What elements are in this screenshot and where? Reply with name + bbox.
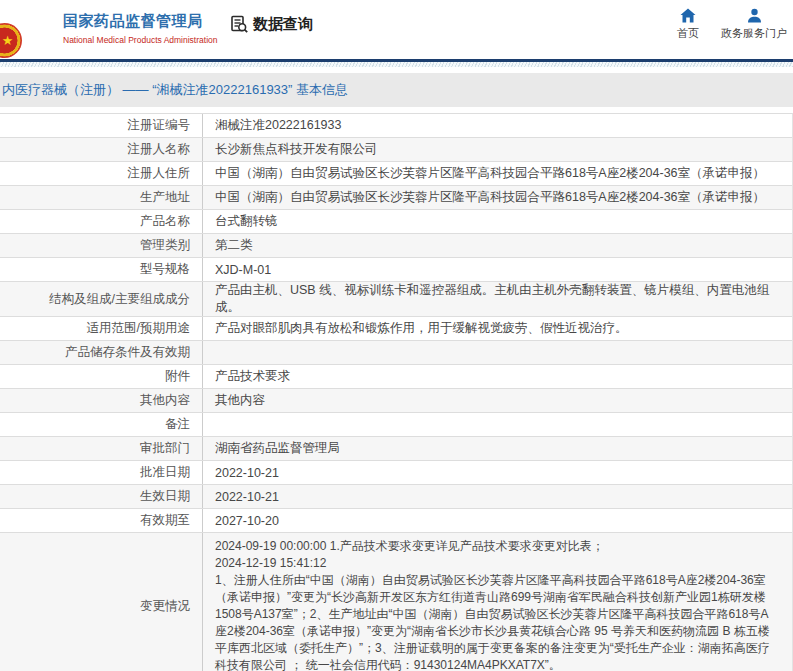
row-label: 注册证编号: [0, 114, 203, 137]
row-label: 型号规格: [0, 258, 203, 281]
page: ★ 国家药品监督管理局 National Medical Products Ad…: [0, 0, 793, 671]
row-label: 注册人名称: [0, 138, 203, 161]
row-label: 注册人住所: [0, 162, 203, 185]
site-logo[interactable]: 国家药品监督管理局 National Medical Products Admi…: [63, 12, 218, 45]
breadcrumb-band: 内医疗器械（注册） —— “湘械注准20222161933” 基本信息: [0, 73, 793, 107]
row-value: XJD-M-01: [203, 258, 792, 281]
breadcrumb: 内医疗器械（注册） —— “湘械注准20222161933” 基本信息: [0, 81, 348, 99]
table-row: 生效日期 2022-10-21: [0, 485, 792, 509]
table-row: 备注: [0, 413, 792, 437]
top-nav: 首页 政务服务门户: [677, 8, 787, 41]
info-table: 注册证编号 湘械注准20222161933 注册人名称 长沙新焦点科技开发有限公…: [0, 113, 793, 671]
row-value: 产品技术要求: [203, 365, 792, 388]
row-label: 生效日期: [0, 485, 203, 508]
home-icon: [680, 8, 696, 23]
row-label: 变更情况: [0, 533, 203, 671]
row-value: 产品对眼部肌肉具有放松和锻炼作用，用于缓解视觉疲劳、假性近视治疗。: [203, 317, 792, 340]
row-label: 批准日期: [0, 461, 203, 484]
row-value: 长沙新焦点科技开发有限公司: [203, 138, 792, 161]
nav-home[interactable]: 首页: [677, 8, 699, 41]
row-value: 2027-10-20: [203, 509, 792, 532]
table-row: 有效期至 2027-10-20: [0, 509, 792, 533]
row-label: 附件: [0, 365, 203, 388]
row-value: 湘械注准20222161933: [203, 114, 792, 137]
row-value: 中国（湖南）自由贸易试验区长沙芙蓉片区隆平高科技园合平路618号A座2楼204-…: [203, 162, 792, 185]
site-subtitle: National Medical Products Administration: [63, 35, 218, 45]
nav-gov-portal-label: 政务服务门户: [721, 26, 787, 41]
site-header: ★ 国家药品监督管理局 National Medical Products Ad…: [0, 0, 793, 59]
row-value: 其他内容: [203, 389, 792, 412]
nav-gov-portal[interactable]: 政务服务门户: [721, 8, 787, 41]
row-label: 结构及组成/主要组成成分: [0, 282, 203, 316]
row-label: 产品名称: [0, 210, 203, 233]
emblem-star-icon: ★: [2, 34, 14, 47]
row-value: 湖南省药品监督管理局: [203, 437, 792, 460]
data-query-label: 数据查询: [253, 15, 313, 34]
table-row: 注册证编号 湘械注准20222161933: [0, 114, 792, 138]
row-label: 产品储存条件及有效期: [0, 341, 203, 364]
row-value: 台式翻转镜: [203, 210, 792, 233]
row-value: 产品由主机、USB 线、视标训练卡和遥控器组成。主机由主机外壳翻转装置、镜片模组…: [203, 282, 792, 316]
user-icon: [747, 8, 762, 23]
row-value: 2022-10-21: [203, 485, 792, 508]
table-row: 批准日期 2022-10-21: [0, 461, 792, 485]
table-row: 附件 产品技术要求: [0, 365, 792, 389]
doc-search-icon: [230, 15, 249, 34]
row-label: 生产地址: [0, 186, 203, 209]
row-label: 有效期至: [0, 509, 203, 532]
table-row: 适用范围/预期用途 产品对眼部肌肉具有放松和锻炼作用，用于缓解视觉疲劳、假性近视…: [0, 317, 792, 341]
row-value: 2022-10-21: [203, 461, 792, 484]
nav-home-label: 首页: [677, 26, 699, 41]
row-label: 适用范围/预期用途: [0, 317, 203, 340]
row-value: 2024-09-19 00:00:00 1.产品技术要求变更详见产品技术要求变更…: [203, 533, 792, 671]
row-value: [203, 413, 792, 436]
row-label: 审批部门: [0, 437, 203, 460]
table-row: 产品储存条件及有效期: [0, 341, 792, 365]
row-value: 第二类: [203, 234, 792, 257]
table-row: 管理类别 第二类: [0, 234, 792, 258]
data-query-entry[interactable]: 数据查询: [230, 15, 313, 34]
national-emblem-icon: ★: [0, 23, 22, 58]
site-title: 国家药品监督管理局: [63, 12, 218, 31]
row-label: 备注: [0, 413, 203, 436]
row-label: 管理类别: [0, 234, 203, 257]
table-row: 生产地址 中国（湖南）自由贸易试验区长沙芙蓉片区隆平高科技园合平路618号A座2…: [0, 186, 792, 210]
row-value: 中国（湖南）自由贸易试验区长沙芙蓉片区隆平高科技园合平路618号A座2楼204-…: [203, 186, 792, 209]
table-row: 结构及组成/主要组成成分 产品由主机、USB 线、视标训练卡和遥控器组成。主机由…: [0, 282, 792, 317]
table-row: 注册人名称 长沙新焦点科技开发有限公司: [0, 138, 792, 162]
row-label: 其他内容: [0, 389, 203, 412]
table-row: 其他内容 其他内容: [0, 389, 792, 413]
table-row: 变更情况 2024-09-19 00:00:00 1.产品技术要求变更详见产品技…: [0, 533, 792, 671]
table-row: 型号规格 XJD-M-01: [0, 258, 792, 282]
table-row: 审批部门 湖南省药品监督管理局: [0, 437, 792, 461]
row-value: [203, 341, 792, 364]
table-row: 注册人住所 中国（湖南）自由贸易试验区长沙芙蓉片区隆平高科技园合平路618号A座…: [0, 162, 792, 186]
table-row: 产品名称 台式翻转镜: [0, 210, 792, 234]
